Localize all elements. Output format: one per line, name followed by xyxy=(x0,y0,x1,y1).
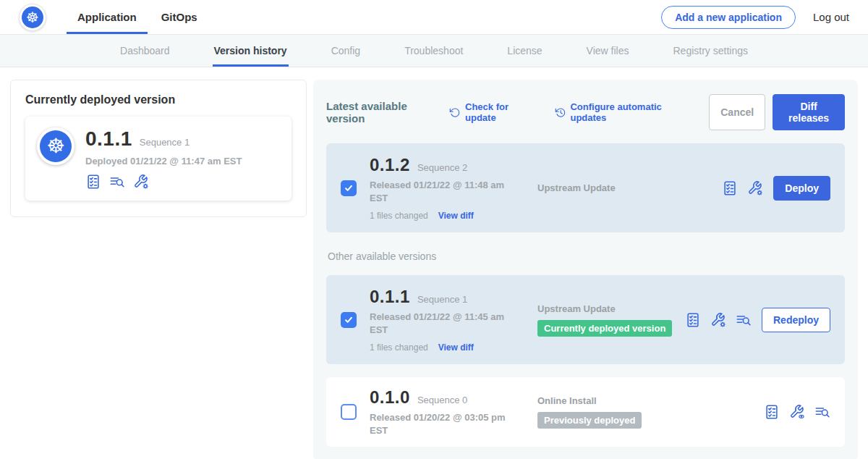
kubernetes-app-icon: ☸ xyxy=(37,127,75,165)
edit-config-icon[interactable] xyxy=(747,180,763,196)
check-icon xyxy=(344,315,354,325)
view-diff-link[interactable]: View diff xyxy=(438,342,474,353)
version-actions: Redeploy xyxy=(685,308,830,332)
add-application-button[interactable]: Add a new application xyxy=(661,6,796,29)
refresh-icon xyxy=(449,106,461,119)
version-number: 0.1.2 xyxy=(370,155,410,175)
subtab-config[interactable]: Config xyxy=(331,35,360,67)
app-logo: ☸ xyxy=(19,4,46,31)
version-checkbox[interactable] xyxy=(341,312,357,328)
sequence-label: Sequence 1 xyxy=(417,294,467,305)
deployed-timestamp: Deployed 01/21/22 @ 11:47 am EST xyxy=(85,156,242,167)
released-timestamp: Released 01/20/22 @ 03:05 pm EST xyxy=(370,411,511,437)
sequence-label: Sequence 0 xyxy=(417,395,467,405)
check-icon xyxy=(344,183,354,193)
top-nav: ☸ Application GitOps Add a new applicati… xyxy=(0,0,868,35)
version-actions: Deploy xyxy=(722,176,830,201)
subtab-registry-settings[interactable]: Registry settings xyxy=(673,35,748,67)
preflight-checks-icon[interactable] xyxy=(85,174,101,190)
deployed-version-actions xyxy=(85,174,242,190)
deploy-button[interactable]: Deploy xyxy=(773,176,830,201)
edit-config-icon[interactable] xyxy=(133,174,149,190)
configure-auto-updates-link[interactable]: Configure automatic updates xyxy=(555,101,690,123)
diff-releases-button[interactable]: Diff releases xyxy=(773,94,845,130)
version-info: 0.1.1 Sequence 1 Released 01/21/22 @ 11:… xyxy=(370,287,527,353)
deployed-version-info: 0.1.1 Sequence 1 Deployed 01/21/22 @ 11:… xyxy=(85,127,242,190)
kubernetes-icon: ☸ xyxy=(22,7,43,28)
version-row-0-1-0: 0.1.0 Sequence 0 Released 01/20/22 @ 03:… xyxy=(326,377,845,447)
tab-application[interactable]: Application xyxy=(67,0,148,34)
version-source: Online Install Previously deployed xyxy=(537,395,754,429)
check-for-update-link[interactable]: Check for update xyxy=(449,101,535,123)
cancel-button[interactable]: Cancel xyxy=(709,94,765,130)
source-label: Upstream Update xyxy=(537,182,712,193)
version-checkbox[interactable] xyxy=(341,404,357,420)
files-changed-label: 1 files changed xyxy=(370,211,428,221)
version-row-0-1-1: 0.1.1 Sequence 1 Released 01/21/22 @ 11:… xyxy=(326,275,845,364)
subtab-version-history[interactable]: Version history xyxy=(214,35,287,67)
logout-button[interactable]: Log out xyxy=(813,11,849,23)
version-row-0-1-2: 0.1.2 Sequence 2 Released 01/21/22 @ 11:… xyxy=(326,143,845,232)
preflight-checks-icon[interactable] xyxy=(764,404,780,420)
version-source: Upstream Update Currently deployed versi… xyxy=(537,303,675,337)
auto-update-clock-icon xyxy=(555,106,566,119)
view-files-icon[interactable] xyxy=(109,174,125,190)
currently-deployed-panel: Currently deployed version ☸ 0.1.1 Seque… xyxy=(10,80,307,217)
configure-auto-updates-label: Configure automatic updates xyxy=(570,101,690,123)
main-content: Currently deployed version ☸ 0.1.1 Seque… xyxy=(0,67,868,459)
latest-available-panel: Latest available version Check for updat… xyxy=(313,80,858,459)
view-files-icon[interactable] xyxy=(814,404,830,420)
deployed-version-number: 0.1.1 xyxy=(85,127,132,151)
top-nav-right: Add a new application Log out xyxy=(661,6,849,29)
other-versions-title: Other available versions xyxy=(328,250,845,262)
preflight-checks-icon[interactable] xyxy=(685,312,701,328)
edit-config-icon[interactable] xyxy=(710,312,726,328)
subtab-license[interactable]: License xyxy=(507,35,542,67)
redeploy-button[interactable]: Redeploy xyxy=(762,308,830,332)
version-number: 0.1.1 xyxy=(370,287,410,307)
view-files-icon[interactable] xyxy=(736,312,752,328)
latest-available-header: Latest available version Check for updat… xyxy=(326,94,845,130)
version-info: 0.1.0 Sequence 0 Released 01/20/22 @ 03:… xyxy=(370,387,527,437)
subtab-troubleshoot[interactable]: Troubleshoot xyxy=(404,35,463,67)
source-label: Online Install xyxy=(537,395,754,406)
subtab-view-files[interactable]: View files xyxy=(587,35,629,67)
deployed-sequence-label: Sequence 1 xyxy=(140,137,190,148)
app-sub-nav: Dashboard Version history Config Trouble… xyxy=(0,35,868,67)
view-config-icon[interactable] xyxy=(789,404,805,420)
top-nav-tabs: Application GitOps xyxy=(67,0,211,34)
previously-deployed-badge: Previously deployed xyxy=(537,412,642,429)
released-timestamp: Released 01/21/22 @ 11:45 am EST xyxy=(370,311,511,336)
check-for-update-label: Check for update xyxy=(465,101,536,123)
kubernetes-icon: ☸ xyxy=(40,130,72,162)
currently-deployed-badge: Currently deployed version xyxy=(537,320,672,337)
view-diff-link[interactable]: View diff xyxy=(438,211,474,221)
deployed-version-card: ☸ 0.1.1 Sequence 1 Deployed 01/21/22 @ 1… xyxy=(25,117,292,201)
sequence-label: Sequence 2 xyxy=(417,162,467,173)
version-number: 0.1.0 xyxy=(370,387,410,408)
files-changed-label: 1 files changed xyxy=(370,342,428,353)
subtab-dashboard[interactable]: Dashboard xyxy=(120,35,170,67)
tab-gitops[interactable]: GitOps xyxy=(150,0,208,34)
latest-available-title: Latest available version xyxy=(326,100,439,125)
preflight-checks-icon[interactable] xyxy=(722,180,738,196)
currently-deployed-title: Currently deployed version xyxy=(25,93,292,106)
source-label: Upstream Update xyxy=(537,303,675,314)
version-info: 0.1.2 Sequence 2 Released 01/21/22 @ 11:… xyxy=(370,155,527,221)
header-actions: Cancel Diff releases xyxy=(709,94,845,130)
version-source: Upstream Update xyxy=(537,182,712,193)
released-timestamp: Released 01/21/22 @ 11:48 am EST xyxy=(370,179,511,204)
version-actions xyxy=(764,404,830,420)
version-checkbox[interactable] xyxy=(341,180,357,196)
